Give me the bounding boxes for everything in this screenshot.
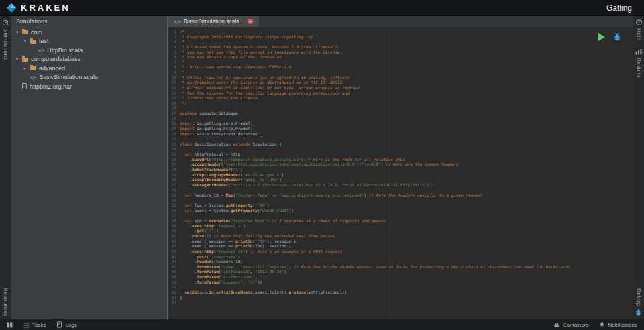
tab-error-icon[interactable]: × [248,19,253,24]
code-line[interactable]: 36 val users = System.getProperty("USERS… [168,208,633,213]
code-line[interactable]: 6 * You may obtain a copy of the License… [168,54,633,60]
apps-grid-icon[interactable] [7,322,13,328]
results-rail-button[interactable]: Results [635,48,642,78]
chevron-down-icon[interactable]: ▾ [23,38,28,44]
tree-item-httpbin-scala[interactable]: </>HttpBin.scala [11,46,167,55]
code-text: val scn = scenario("Scenario Name") // A… [180,218,386,223]
code-line[interactable]: 1/* [168,29,633,34]
tree-item-test[interactable]: ▾test [11,37,167,46]
code-line[interactable]: 32 [168,187,633,192]
code-text [180,187,182,192]
code-line[interactable]: 18 [168,116,633,121]
containers-button[interactable]: Containers [553,321,589,328]
code-line[interactable]: 42 .exec { session => println("FOO"); se… [168,239,633,244]
line-number: 22 [168,136,180,142]
code-line[interactable]: 53} [168,295,633,300]
debug-rail-button[interactable]: Debug [635,288,642,317]
top-bar: KRAKEN Gatling [0,0,644,16]
code-line[interactable]: 47 .formParam("name", "Beautiful Compute… [168,264,633,270]
code-line[interactable]: 3 * [168,39,633,44]
code-text: .formParam("company", "37")) [180,280,262,285]
notifications-button[interactable]: Notifications [599,321,637,328]
code-text: setUp(scn.inject(atOnceUsers(users.toInt… [180,290,347,295]
tree-item-httpbin2-org-har[interactable]: httpbin2.org.har [11,82,167,91]
tasks-icon [23,322,30,328]
code-line[interactable]: 49 .formParam("discontinued", "") [168,274,633,280]
code-line[interactable]: 26 .baseUrl("http://computer-database.ga… [168,157,633,162]
line-number: 24 [168,146,180,152]
simulations-rail-button[interactable]: Simulations [2,19,9,60]
code-line[interactable]: 33 val headers_10 = Map("Content-Type" -… [168,192,633,198]
code-line[interactable]: 25 val httpProtocol = http [168,152,633,157]
code-line[interactable]: 31 .userAgentHeader("Mozilla/5.0 (Macint… [168,182,633,188]
code-line[interactable]: 48 .formParam("introduced", "2012-05-30"… [168,269,633,274]
code-line[interactable]: 9 * [168,70,633,75]
tree-item-computerdatabase[interactable]: ▾computerdatabase [11,55,167,64]
tab-basicsimulation-scala[interactable]: </> BasicSimulation.scala × [168,16,259,27]
chevron-down-icon[interactable]: ▾ [15,56,19,62]
logs-button[interactable]: Logs [56,321,76,328]
code-line[interactable]: 29 .acceptLanguageHeader("en-US,en;q=0.5… [168,172,633,178]
code-editor[interactable]: 1/*2 * Copyright 2011-2019 GatlingCorp (… [168,27,633,319]
code-line[interactable]: 17package computerdatabase [168,111,633,116]
debug-simulation-button[interactable] [613,32,621,42]
code-line[interactable]: 24 [168,146,633,152]
line-number: 46 [168,259,180,264]
code-line[interactable]: 44 .exec(http("request_10") // Here's an… [168,249,633,254]
code-line[interactable]: 12 * WITHOUT WARRANTIES OR CONDITIONS OF… [168,85,633,91]
chevron-right-icon[interactable]: ▸ [23,66,28,71]
code-line[interactable]: 27 .acceptHeader("text/html,application/… [168,162,633,167]
help-rail-button[interactable]: ? Help [636,19,642,40]
code-text: * you may not use this file except in co… [180,50,342,55]
resources-rail-button[interactable]: Resources [3,288,9,317]
code-line[interactable]: 19import io.gatling.core.Predef._ [168,121,633,126]
chevron-down-icon[interactable]: ▾ [15,30,19,35]
code-line[interactable]: 54 [168,300,633,305]
code-line[interactable]: 16 [168,105,633,111]
code-line[interactable]: 5 * you may not use this file except in … [168,50,633,55]
code-line[interactable]: 43 .exec { session => println(foo); sess… [168,243,633,249]
code-line[interactable]: 13 * See the License for the specific la… [168,91,633,96]
containers-label: Containers [563,322,589,328]
code-line[interactable]: 7 * [168,60,633,65]
tree-item-com[interactable]: ▾com [11,28,167,37]
code-file-icon: </> [30,75,36,80]
code-line[interactable]: 52 setUp(scn.inject(atOnceUsers(users.to… [168,290,633,295]
code-line[interactable]: 14 * limitations under the License. [168,95,633,101]
code-line[interactable]: 15 */ [168,101,633,106]
code-line[interactable]: 11 * distributed under the License is di… [168,80,633,85]
code-line[interactable]: 22 [168,136,633,142]
code-line[interactable]: 37 [168,213,633,219]
tree-item-advanced[interactable]: ▸advanced [11,64,167,73]
code-text: .acceptHeader("text/html,application/xht… [180,162,458,167]
tree-item-basicsimulation-scala[interactable]: </>BasicSimulation.scala [11,73,167,82]
code-line[interactable]: 40 .get("/")) [168,228,633,233]
code-line[interactable]: 45 .post("/computers") [168,254,633,260]
code-line[interactable]: 10 * Unless required by applicable law o… [168,75,633,80]
code-line[interactable]: 35 val foo = System.getProperty("FOO") [168,203,633,208]
code-line[interactable]: 50 .formParam("company", "37")) [168,280,633,285]
code-line[interactable]: 2 * Copyright 2011-2019 GatlingCorp (htt… [168,34,633,40]
code-text: package computerdatabase [180,111,238,116]
tree-item-label: computerdatabase [31,56,81,62]
code-line[interactable]: 28 .doNotTrackHeader("1") [168,167,633,172]
code-line[interactable]: 34 [168,198,633,203]
code-line[interactable]: 46 .headers(headers_10) [168,259,633,264]
logs-icon [56,321,62,328]
code-line[interactable]: 51 [168,284,633,290]
ship-icon [553,321,560,328]
kraken-brand[interactable]: KRAKEN [7,3,70,13]
code-line[interactable]: 30 .acceptEncodingHeader("gzip, deflate"… [168,177,633,182]
line-number: 11 [168,80,180,85]
code-line[interactable]: 4 * Licensed under the Apache License, V… [168,44,633,50]
code-line[interactable]: 8 * http://www.apache.org/licenses/LICEN… [168,64,633,70]
code-line[interactable]: 38 val scn = scenario("Scenario Name") /… [168,218,633,223]
code-line[interactable]: 23class BasicSimulation extends Simulati… [168,142,633,147]
code-text: .userAgentHeader("Mozilla/5.0 (Macintosh… [180,182,434,188]
code-line[interactable]: 39 .exec(http("request_1") [168,223,633,229]
tasks-button[interactable]: Tasks [23,322,46,328]
code-line[interactable]: 21import scala.concurrent.duration._ [168,131,633,137]
code-line[interactable]: 41 .pause(7) // Note that Gatling has re… [168,233,633,239]
code-line[interactable]: 20import io.gatling.http.Predef._ [168,126,633,131]
run-simulation-button[interactable] [598,33,605,41]
